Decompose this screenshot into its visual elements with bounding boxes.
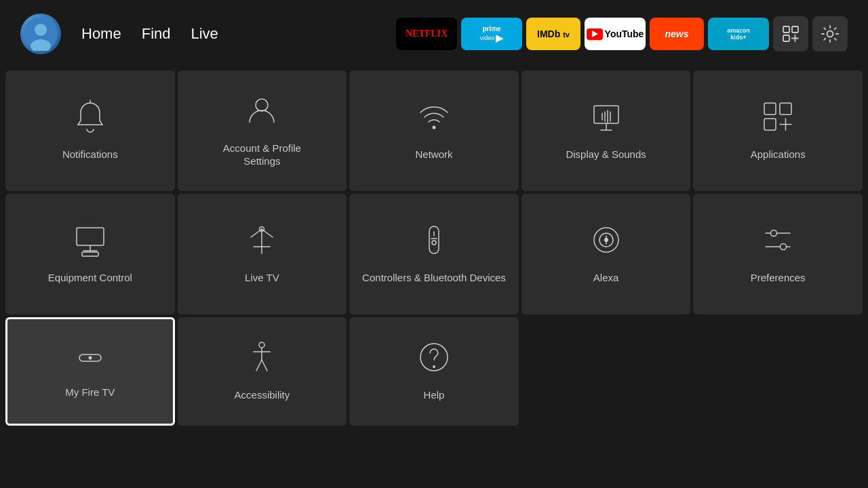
prime-button[interactable]: prime video ▶ (461, 18, 522, 50)
svg-point-8 (827, 31, 833, 37)
sliders-icon (760, 222, 795, 260)
notifications-tile[interactable]: Notifications (5, 70, 175, 191)
antenna-icon (244, 222, 279, 260)
nav-links: Home Find Live (81, 25, 218, 43)
avatar[interactable] (20, 14, 61, 54)
amazonkids-button[interactable]: amazon kids+ (708, 18, 769, 50)
svg-point-34 (604, 238, 608, 242)
svg-rect-28 (429, 226, 439, 253)
svg-point-41 (259, 342, 264, 348)
svg-point-40 (88, 357, 92, 360)
equipment-icon (73, 222, 108, 260)
account-tile[interactable]: Account & ProfileSettings (178, 70, 347, 191)
display-tile[interactable]: Display & Sounds (521, 70, 691, 191)
livetv-label: Live TV (245, 271, 279, 285)
svg-rect-15 (764, 103, 776, 115)
prime-label: prime video ▶ (480, 25, 504, 43)
svg-line-45 (262, 360, 267, 371)
help-tile[interactable]: Help (349, 317, 519, 426)
svg-point-1 (35, 24, 47, 36)
myfiretv-label: My Fire TV (65, 386, 115, 399)
preferences-label: Preferences (751, 271, 806, 285)
wifi-icon (416, 99, 452, 137)
controllers-label: Controllers & Bluetooth Devices (362, 271, 506, 285)
news-button[interactable]: news (650, 18, 704, 50)
alexa-icon (589, 222, 624, 260)
amazonkids-label: amazon kids+ (727, 27, 750, 41)
apps-icon (760, 99, 795, 137)
notifications-label: Notifications (62, 148, 118, 161)
svg-point-37 (771, 230, 777, 237)
app-shortcuts: NETFLIX prime video ▶ IMDb tv YouTube ne… (396, 16, 848, 52)
youtube-label: YouTube (587, 28, 644, 40)
bell-icon (73, 99, 108, 137)
imdb-label: IMDb tv (537, 28, 570, 39)
grid-icon-button[interactable] (773, 16, 808, 52)
help-icon (416, 340, 452, 378)
person-icon (244, 93, 279, 131)
svg-rect-17 (764, 119, 776, 130)
livetv-tile[interactable]: Live TV (178, 194, 347, 314)
netflix-label: NETFLIX (406, 28, 448, 39)
svg-rect-3 (783, 26, 789, 33)
nav-live[interactable]: Live (191, 25, 218, 43)
svg-point-47 (433, 365, 435, 368)
equipment-tile[interactable]: Equipment Control (5, 194, 175, 314)
svg-point-11 (432, 126, 435, 129)
preferences-tile[interactable]: Preferences (693, 194, 863, 314)
accessibility-tile[interactable]: Accessibility (178, 317, 347, 426)
top-nav: Home Find Live NETFLIX prime video ▶ IMD… (0, 0, 868, 68)
imdb-button[interactable]: IMDb tv (526, 18, 580, 50)
applications-tile[interactable]: Applications (693, 70, 863, 191)
svg-rect-12 (594, 106, 618, 123)
svg-point-38 (781, 244, 787, 250)
account-label: Account & ProfileSettings (223, 142, 301, 168)
network-tile[interactable]: Network (349, 70, 519, 191)
equipment-label: Equipment Control (48, 271, 132, 285)
nav-home[interactable]: Home (81, 25, 121, 43)
accessibility-icon (244, 340, 279, 378)
settings-gear-button[interactable] (812, 16, 848, 52)
svg-rect-16 (780, 103, 791, 115)
alexa-tile[interactable]: Alexa (521, 194, 691, 314)
nav-find[interactable]: Find (142, 25, 171, 43)
svg-point-30 (432, 241, 436, 245)
svg-point-10 (256, 99, 268, 111)
monitor-sound-icon (589, 99, 624, 137)
firetv-icon (73, 342, 108, 375)
svg-rect-20 (77, 228, 104, 245)
accessibility-label: Accessibility (235, 388, 290, 402)
display-label: Display & Sounds (566, 148, 646, 161)
svg-rect-4 (792, 26, 798, 33)
news-label: news (665, 28, 688, 39)
svg-rect-23 (82, 252, 98, 256)
applications-label: Applications (751, 148, 806, 161)
svg-rect-5 (783, 35, 789, 41)
settings-grid: Notifications Account & ProfileSettings … (3, 68, 865, 428)
alexa-label: Alexa (593, 271, 619, 285)
svg-line-44 (256, 360, 262, 371)
network-label: Network (415, 148, 452, 161)
netflix-button[interactable]: NETFLIX (396, 18, 457, 50)
youtube-button[interactable]: YouTube (585, 18, 646, 50)
remote-icon (416, 222, 452, 260)
controllers-tile[interactable]: Controllers & Bluetooth Devices (349, 194, 519, 314)
help-label: Help (424, 388, 445, 402)
myfiretv-tile[interactable]: My Fire TV (5, 317, 175, 426)
